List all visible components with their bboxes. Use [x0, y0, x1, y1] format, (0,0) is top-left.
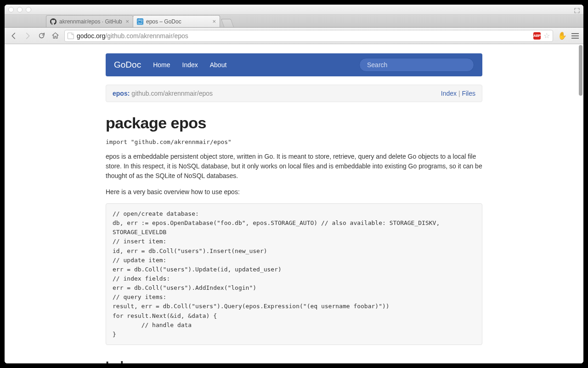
description-paragraph: epos is a embeddable persistent object s…: [106, 152, 482, 181]
index-heading: Index: [106, 359, 482, 363]
bookmark-star-icon[interactable]: ☆: [543, 31, 550, 40]
crumb-package: epos:: [113, 90, 130, 97]
tab-title: akrennmair/epos · GitHub: [59, 18, 123, 25]
search-placeholder: Search: [367, 61, 387, 69]
fullscreen-icon[interactable]: [574, 7, 580, 12]
adblock-icon[interactable]: ABP: [533, 32, 541, 40]
link-index[interactable]: Index: [441, 90, 457, 97]
url-text: godoc.org/github.com/akrennmair/epos: [77, 32, 531, 40]
nav-home[interactable]: Home: [153, 61, 170, 69]
window-titlebar: [5, 5, 583, 15]
window-close-button[interactable]: [8, 7, 14, 12]
address-bar[interactable]: godoc.org/github.com/akrennmair/epos ABP…: [64, 30, 553, 42]
code-example: // open/create database: db, err := epos…: [106, 203, 482, 345]
link-files[interactable]: Files: [462, 90, 475, 97]
menu-button[interactable]: [571, 33, 579, 39]
page-title: package epos: [106, 114, 482, 132]
home-button[interactable]: [51, 31, 60, 40]
nav-index[interactable]: Index: [182, 61, 198, 69]
back-button[interactable]: [9, 31, 18, 40]
page-viewport: GoDoc Home Index About Search epos: gith…: [5, 44, 583, 363]
window-minimize-button[interactable]: [17, 7, 23, 12]
github-icon: [50, 18, 57, 25]
browser-toolbar: godoc.org/github.com/akrennmair/epos ABP…: [5, 28, 583, 44]
tab-title: epos – GoDoc: [146, 18, 209, 25]
close-icon[interactable]: ×: [212, 18, 216, 25]
page-content: GoDoc Home Index About Search epos: gith…: [106, 44, 482, 363]
breadcrumb: epos: github.com/akrennmair/epos Index |…: [106, 85, 482, 102]
extension-icon[interactable]: ✋: [558, 31, 567, 40]
tab-github[interactable]: akrennmair/epos · GitHub ×: [46, 15, 133, 27]
import-line: import "github.com/akrennmair/epos": [106, 138, 482, 145]
reload-button[interactable]: [37, 31, 46, 40]
tab-godoc[interactable]: pkgdoc epos – GoDoc ×: [133, 15, 220, 27]
godoc-navbar: GoDoc Home Index About Search: [106, 53, 482, 76]
crumb-links: Index | Files: [441, 90, 475, 97]
brand[interactable]: GoDoc: [114, 60, 141, 70]
search-input[interactable]: Search: [359, 58, 474, 72]
page-icon: [68, 33, 74, 39]
godoc-icon: pkgdoc: [137, 18, 143, 25]
close-icon[interactable]: ×: [125, 18, 129, 25]
window-zoom-button[interactable]: [26, 7, 31, 12]
new-tab-button[interactable]: [221, 19, 234, 27]
forward-button[interactable]: [23, 31, 32, 40]
nav-about[interactable]: About: [210, 61, 227, 69]
browser-window: akrennmair/epos · GitHub × pkgdoc epos –…: [5, 5, 583, 363]
separator: |: [457, 90, 462, 97]
crumb-path: github.com/akrennmair/epos: [131, 90, 213, 97]
overview-paragraph: Here is a very basic overview how to use…: [106, 187, 482, 197]
scrollbar-thumb[interactable]: [579, 45, 582, 96]
tab-strip: akrennmair/epos · GitHub × pkgdoc epos –…: [5, 15, 583, 28]
